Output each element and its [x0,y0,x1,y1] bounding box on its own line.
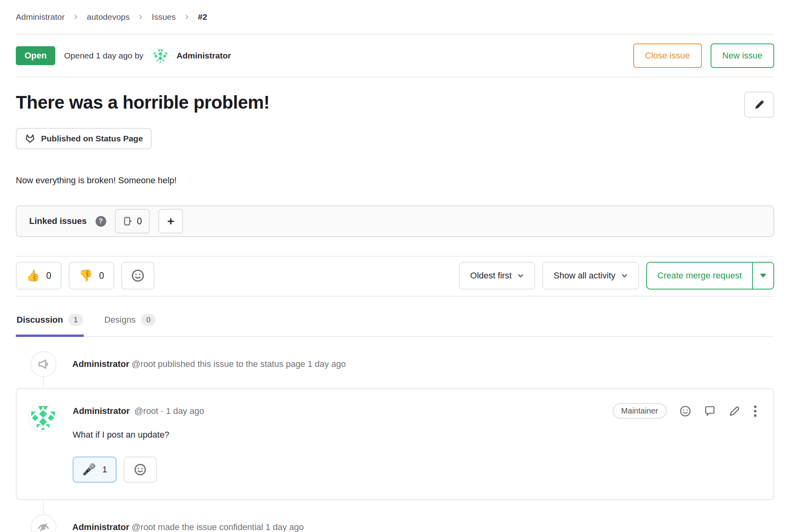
comment-body: What if I post an update? [73,430,758,440]
thumbs-down-button[interactable]: 👎 0 [69,262,115,289]
sort-dropdown-label: Oldest first [470,271,512,281]
edit-title-button[interactable] [744,92,774,118]
speech-bubble-icon [704,405,716,417]
smiley-icon [131,269,145,282]
event-text: Administrator@root made the issue confid… [72,522,304,532]
comment-header: Administrator @root · 1 day ago Maintain… [73,403,758,419]
pencil-icon [753,99,765,111]
event-author[interactable]: Administrator [72,522,129,532]
close-issue-button[interactable]: Close issue [633,43,702,68]
microphone-reaction-button[interactable]: 🎤 1 [73,457,117,483]
create-merge-request-caret-button[interactable] [753,263,773,289]
smiley-icon [679,405,691,417]
tab-discussion-label: Discussion [17,315,63,325]
create-merge-request-split-button: Create merge request [646,262,774,289]
microphone-reaction-count: 1 [102,464,107,475]
comment-reactions: 🎤 1 [73,457,758,483]
avatar[interactable] [28,403,57,432]
title-row: There was a horrible problem! [16,92,774,118]
event-text: Administrator@root published this issue … [72,359,346,369]
add-linked-issue-button[interactable]: + [158,209,183,233]
breadcrumb: Administrator autodevops Issues #2 [16,0,774,35]
eye-slash-icon [30,514,56,532]
help-icon[interactable]: ? [96,216,106,227]
system-note-published: Administrator@root published this issue … [16,351,774,377]
thumbs-up-button[interactable]: 👍 0 [16,262,62,289]
create-merge-request-button[interactable]: Create merge request [647,263,753,289]
avatar[interactable] [152,48,168,64]
add-reaction-button[interactable] [124,457,157,483]
issue-status-bar: Open Opened 1 day ago by Administrator C… [16,35,774,77]
reply-comment-button[interactable] [704,405,716,417]
author-name[interactable]: Administrator [177,51,231,60]
microphone-emoji: 🎤 [82,464,96,475]
breadcrumb-item-issues[interactable]: Issues [152,12,176,22]
tab-discussion[interactable]: Discussion 1 [16,314,84,336]
activity-filter-label: Show all activity [553,271,615,281]
activity-filter-dropdown[interactable]: Show all activity [542,262,639,289]
chevron-down-icon [517,272,524,279]
caret-down-icon [760,274,766,278]
smiley-icon [134,463,147,476]
opened-text: Opened 1 day ago by [64,51,143,60]
new-issue-button[interactable]: New issue [711,43,774,68]
system-note-confidential: Administrator@root made the issue confid… [16,514,774,532]
thumbs-down-emoji: 👎 [79,270,93,281]
activity-timeline: Administrator@root published this issue … [16,337,774,532]
breadcrumb-current: #2 [198,12,207,22]
breadcrumb-item-administrator[interactable]: Administrator [16,12,65,22]
linked-issues-label: Linked issues [29,216,87,226]
linked-issues-count-badge[interactable]: 0 [115,209,150,233]
status-page-badge: Published on Status Page [16,128,152,149]
breadcrumb-separator-icon [73,14,79,20]
megaphone-icon [30,351,56,377]
linked-issues-panel: Linked issues ? 0 + [16,205,774,237]
role-badge: Maintainer [613,403,667,419]
comment-card: Administrator @root · 1 day ago Maintain… [16,388,774,500]
issue-type-icon [123,216,133,226]
breadcrumb-item-autodevops[interactable]: autodevops [87,12,130,22]
linked-issues-count: 0 [137,216,142,227]
comment-meta: @root · 1 day ago [134,406,204,416]
pencil-icon [728,405,740,417]
issue-description: Now everything is broken! Someone help! [16,175,774,186]
comment-author[interactable]: Administrator [73,406,130,416]
edit-comment-button[interactable] [728,405,740,417]
issue-page: Administrator autodevops Issues #2 Open … [0,0,790,532]
tab-designs-label: Designs [104,315,135,325]
status-page-badge-label: Published on Status Page [41,134,143,143]
discussion-tabs: Discussion 1 Designs 0 [16,297,774,337]
gitlab-tanuki-icon [24,133,36,144]
awards-toolbar-row: 👍 0 👎 0 [16,257,774,297]
status-badge: Open [16,46,55,65]
add-reaction-button[interactable] [121,262,154,289]
chevron-down-icon [621,272,628,279]
tab-designs[interactable]: Designs 0 [103,314,156,336]
page-title: There was a horrible problem! [16,92,269,113]
thumbs-up-count: 0 [46,271,51,281]
thumbs-down-count: 0 [99,271,104,281]
more-actions-button[interactable] [753,405,758,417]
ellipsis-vertical-icon [753,405,758,417]
event-body: @root made the issue confidential 1 day … [132,522,304,532]
breadcrumb-separator-icon [184,14,190,20]
sort-dropdown[interactable]: Oldest first [459,262,535,289]
breadcrumb-separator-icon [137,14,144,20]
thumbs-up-emoji: 👍 [26,270,40,281]
tab-discussion-count: 1 [68,314,83,326]
tab-designs-count: 0 [141,314,156,326]
event-author[interactable]: Administrator [72,359,129,369]
add-emoji-button[interactable] [679,405,691,417]
event-body: @root published this issue to the status… [132,359,346,369]
